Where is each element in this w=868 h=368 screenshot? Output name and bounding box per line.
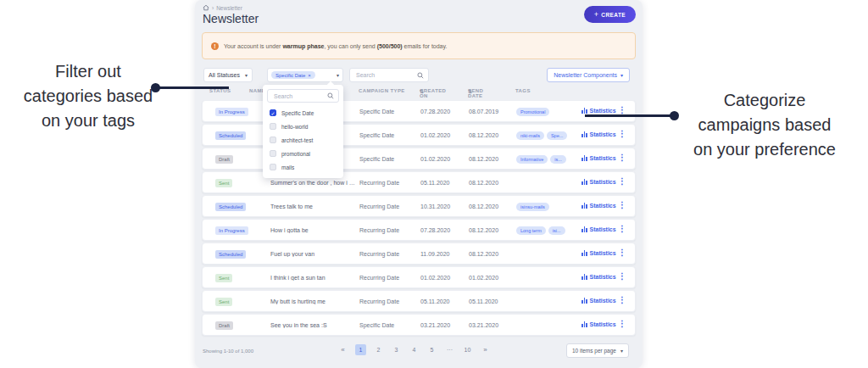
tag-menu-search-input[interactable]	[272, 92, 326, 100]
created-on-date: 01.02.2020	[420, 156, 450, 162]
tag-option[interactable]: hello-world	[267, 120, 339, 133]
send-date: 08.07.2019	[469, 109, 498, 114]
pagination-page[interactable]: 4	[409, 344, 420, 355]
tag-option-label: Specific Date	[281, 110, 314, 116]
statistics-link[interactable]: Statistics	[581, 203, 616, 209]
statistics-label: Statistics	[590, 321, 616, 327]
tag-list: Long termisi...	[516, 226, 565, 235]
pager: «12345···10»	[337, 344, 491, 355]
pagination-page[interactable]: 5	[426, 344, 437, 355]
table-row[interactable]: DraftSee you in the sea :SSpecific Date0…	[202, 314, 636, 336]
annotation-right-line	[585, 114, 673, 117]
statistics-link[interactable]: Statistics	[581, 108, 616, 114]
newsletter-components-button[interactable]: Newsletter Components ▾	[547, 68, 630, 82]
chevron-down-icon: ▾	[337, 72, 339, 78]
pagination-page[interactable]: 3	[391, 344, 402, 355]
table-row[interactable]: ScheduledFuel up your vanRecurring Date1…	[202, 243, 636, 265]
table-row[interactable]: ScheduledTrees talk to meRecurring Date1…	[202, 195, 636, 217]
statistics-link[interactable]: Statistics	[581, 250, 616, 256]
breadcrumb-item[interactable]: Newsletter	[216, 5, 242, 11]
annotation-left-line	[158, 86, 229, 89]
kebab-menu-icon[interactable]: ⋮	[618, 248, 626, 257]
close-icon[interactable]: ×	[308, 73, 311, 78]
campaign-type: Recurring Date	[359, 251, 399, 257]
statistics-link[interactable]: Statistics	[581, 155, 616, 161]
kebab-menu-icon[interactable]: ⋮	[618, 200, 626, 209]
status-filter-dropdown[interactable]: All Statuses ▾	[203, 68, 253, 82]
campaign-type: Recurring Date	[359, 180, 399, 186]
kebab-menu-icon[interactable]: ⋮	[618, 271, 626, 281]
tag-menu-search-box[interactable]	[267, 89, 339, 103]
send-date: 08.12.2020	[469, 132, 498, 138]
status-badge: Scheduled	[215, 250, 246, 259]
kebab-menu-icon[interactable]: ⋮	[618, 153, 626, 162]
search-box[interactable]	[349, 68, 429, 82]
kebab-menu-icon[interactable]: ⋮	[618, 295, 626, 304]
created-on-date: 05.11.2020	[420, 298, 450, 304]
statistics-link[interactable]: Statistics	[581, 321, 616, 327]
status-badge: Sent	[215, 179, 232, 187]
checkbox[interactable]	[270, 137, 276, 143]
tag-option[interactable]: promotional	[267, 147, 339, 160]
tag-option-label: promotional	[281, 151, 310, 157]
bar-chart-icon	[581, 274, 587, 280]
sort-icon[interactable]: ⇅	[420, 88, 424, 94]
campaign-type: Specific Date	[359, 132, 394, 138]
bar-chart-icon	[581, 179, 587, 185]
statistics-label: Statistics	[590, 108, 616, 114]
checkbox[interactable]	[270, 150, 276, 157]
checkbox[interactable]	[270, 123, 276, 130]
statistics-link[interactable]: Statistics	[581, 298, 616, 304]
statistics-link[interactable]: Statistics	[581, 226, 616, 232]
kebab-menu-icon[interactable]: ⋮	[618, 105, 626, 114]
pagination-page[interactable]: 2	[373, 344, 384, 355]
tag-pill: is...	[550, 155, 566, 164]
pagination-page[interactable]: 10	[462, 344, 473, 355]
created-on-date: 01.02.2020	[420, 132, 450, 138]
pagination-prev-icon[interactable]: «	[337, 344, 348, 355]
kebab-menu-icon[interactable]: ⋮	[618, 176, 626, 186]
tag-option[interactable]: ✓Specific Date	[267, 106, 339, 120]
send-date: 08.12.2020	[469, 251, 498, 257]
table-row[interactable]: In ProgressHow i gotta beRecurring Date0…	[202, 219, 636, 241]
bar-chart-icon	[581, 108, 587, 114]
status-badge: Scheduled	[215, 131, 246, 140]
search-input[interactable]	[354, 71, 417, 79]
kebab-menu-icon[interactable]: ⋮	[618, 319, 626, 328]
statistics-link[interactable]: Statistics	[581, 179, 616, 185]
campaign-name: Fuel up your van	[270, 251, 314, 257]
create-button[interactable]: + CREATE	[584, 6, 636, 23]
campaign-type: Recurring Date	[359, 298, 399, 304]
bar-chart-icon	[581, 250, 587, 256]
tag-pill: isinsu-mails	[516, 203, 549, 211]
created-on-date: 07.28.2020	[420, 109, 450, 114]
tag-option[interactable]: mails	[267, 160, 339, 174]
campaign-name: See you in the sea :S	[270, 322, 327, 328]
pagination-page[interactable]: 1	[355, 344, 366, 355]
statistics-link[interactable]: Statistics	[581, 131, 616, 137]
kebab-menu-icon[interactable]: ⋮	[618, 129, 626, 138]
tag-filter-dropdown[interactable]: Specific Date × ▾	[267, 68, 343, 82]
home-icon[interactable]	[203, 4, 209, 11]
status-badge: Scheduled	[215, 203, 246, 211]
table-row[interactable]: SentMy butt is hurting meRecurring Date0…	[202, 290, 636, 312]
kebab-menu-icon[interactable]: ⋮	[618, 224, 626, 233]
tag-filter-chip[interactable]: Specific Date ×	[271, 71, 315, 79]
items-per-page-select[interactable]: 10 items per page ▾	[566, 343, 629, 358]
showing-count: Showing 1-10 of 1,000	[203, 348, 253, 354]
header-campaign-type: CAMPAIGN TYPE	[359, 88, 405, 93]
send-date: 03.21.2020	[469, 322, 498, 328]
breadcrumb-separator: ›	[212, 5, 214, 11]
tag-pill: isi...	[548, 226, 565, 235]
table-row[interactable]: SentI think i get a sun tanRecurring Dat…	[202, 266, 636, 288]
checkbox[interactable]: ✓	[270, 109, 276, 116]
plus-icon: +	[594, 10, 599, 19]
campaign-name: Summer's on the door , how i can leave t…	[270, 180, 355, 186]
statistics-link[interactable]: Statistics	[581, 274, 616, 280]
sort-icon[interactable]: ⇅	[468, 88, 472, 94]
bar-chart-icon	[581, 203, 587, 209]
tag-option[interactable]: architect-test	[267, 133, 339, 147]
checkbox[interactable]	[270, 164, 276, 170]
pagination-next-icon[interactable]: »	[480, 344, 491, 355]
annotation-left: Filter out categories based on your tags	[0, 59, 176, 133]
